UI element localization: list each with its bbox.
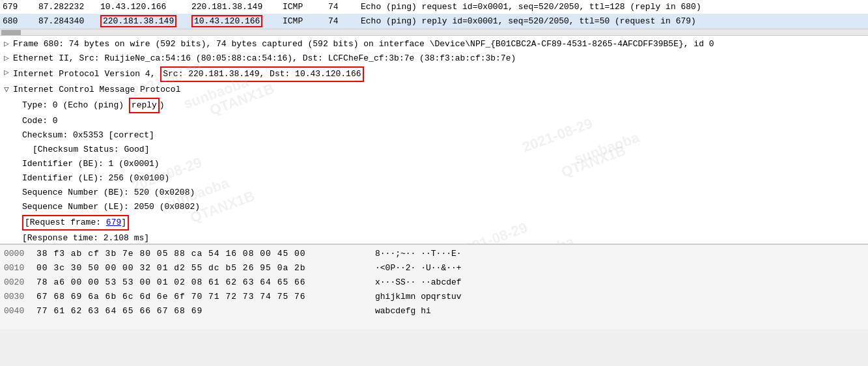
- hex-offset: 0000: [4, 249, 36, 259]
- hex-row: 0010 00 3c 30 50 00 00 32 01 d2 55 dc b5…: [4, 260, 864, 275]
- hex-offset: 0030: [4, 292, 36, 302]
- frame-detail-row[interactable]: ▷ Frame 680: 74 bytes on wire (592 bits)…: [0, 37, 868, 51]
- packet-list: 679 87.282232 10.43.120.166 220.181.38.1…: [0, 0, 868, 29]
- seq-le-row: Sequence Number (LE): 2050 (0x0802): [0, 200, 868, 214]
- packet-src: 10.43.120.166: [100, 2, 191, 12]
- request-frame-row: [Request frame: 679]: [0, 214, 868, 231]
- code-detail-row: Code: 0: [0, 114, 868, 128]
- packet-src: 220.181.38.149: [100, 15, 191, 27]
- packet-dst: 10.43.120.166: [191, 15, 283, 27]
- packet-len: 74: [328, 2, 361, 12]
- hex-ascii: wabcdefg hi: [375, 306, 864, 316]
- request-frame-box[interactable]: [Request frame: 679]: [22, 215, 129, 231]
- request-frame-prefix: [Request frame:: [25, 218, 106, 227]
- hex-row: 0030 67 68 69 6a 6b 6c 6d 6e 6f 70 71 72…: [4, 289, 864, 303]
- horizontal-scrollbar[interactable]: [0, 29, 868, 36]
- packet-info: Echo (ping) reply id=0x0001, seq=520/205…: [361, 16, 865, 26]
- hex-bytes: 67 68 69 6a 6b 6c 6d 6e 6f 70 71 72 73 7…: [36, 292, 375, 302]
- scrollbar-thumb[interactable]: [1, 30, 21, 35]
- packet-dst: 220.181.38.149: [191, 2, 283, 12]
- id-be-row: Identifier (BE): 1 (0x0001): [0, 157, 868, 171]
- expand-icon[interactable]: ▷: [4, 38, 13, 51]
- checksum-detail-row: Checksum: 0x5353 [correct]: [0, 128, 868, 143]
- hex-offset: 0020: [4, 277, 36, 287]
- checksum-status-text: [Checksum Status: Good]: [33, 143, 864, 156]
- code-detail-text: Code: 0: [22, 115, 864, 128]
- hex-ascii: ·<0P··2· ·U··&··+: [375, 263, 864, 273]
- type-prefix: Type: 0 (Echo (ping): [22, 100, 129, 110]
- packet-row[interactable]: 679 87.282232 10.43.120.166 220.181.38.1…: [0, 0, 868, 14]
- seq-be-row: Sequence Number (BE): 520 (0x0208): [0, 186, 868, 200]
- src-highlight-box: 220.181.38.149: [100, 15, 176, 27]
- hex-ascii: ghijklmn opqrstuv: [375, 292, 864, 302]
- ip-src-dst-box: Src: 220.181.38.149, Dst: 10.43.120.166: [160, 66, 363, 82]
- checksum-detail-text: Checksum: 0x5353 [correct]: [22, 129, 864, 142]
- hex-ascii: x···SS·· ··abcdef: [375, 277, 864, 287]
- packet-len: 74: [328, 16, 361, 26]
- packet-row-selected[interactable]: 680 87.284340 220.181.38.149 10.43.120.1…: [0, 14, 868, 29]
- packet-proto: ICMP: [283, 2, 328, 12]
- id-be-text: Identifier (BE): 1 (0x0001): [22, 158, 864, 171]
- hex-row: 0000 38 f3 ab cf 3b 7e 80 05 88 ca 54 16…: [4, 246, 864, 260]
- request-frame-text: [Request frame: 679]: [22, 215, 864, 231]
- ip-detail-text: Internet Protocol Version 4, Src: 220.18…: [13, 66, 864, 82]
- icmp-detail-text: Internet Control Message Protocol: [13, 83, 864, 96]
- icmp-detail-row[interactable]: ▽ Internet Control Message Protocol: [0, 83, 868, 97]
- type-reply-box: reply: [129, 98, 160, 113]
- request-frame-suffix: ]: [121, 218, 126, 227]
- hex-pane: 0000 38 f3 ab cf 3b 7e 80 05 88 ca 54 16…: [0, 244, 868, 329]
- packet-no: 679: [3, 2, 38, 12]
- details-pane: ▷ Frame 680: 74 bytes on wire (592 bits)…: [0, 36, 868, 244]
- type-detail-row: Type: 0 (Echo (ping) reply): [0, 97, 868, 114]
- hex-bytes: 78 a6 00 00 53 53 00 01 02 08 61 62 63 6…: [36, 277, 375, 287]
- ip-detail-row[interactable]: ▷ Internet Protocol Version 4, Src: 220.…: [0, 66, 868, 83]
- dst-highlight-box: 10.43.120.166: [191, 15, 262, 27]
- checksum-status-row: [Checksum Status: Good]: [0, 143, 868, 157]
- hex-row: 0040 77 61 62 63 64 65 66 67 68 69 wabcd…: [4, 303, 864, 318]
- hex-bytes: 77 61 62 63 64 65 66 67 68 69: [36, 306, 375, 316]
- packet-no: 680: [3, 16, 38, 26]
- hex-offset: 0010: [4, 263, 36, 273]
- seq-le-text: Sequence Number (LE): 2050 (0x0802): [22, 201, 864, 214]
- hex-row: 0020 78 a6 00 00 53 53 00 01 02 08 61 62…: [4, 275, 864, 289]
- expand-icon[interactable]: ▽: [4, 83, 13, 96]
- type-suffix: ): [160, 100, 165, 110]
- hex-bytes: 00 3c 30 50 00 00 32 01 d2 55 dc b5 26 9…: [36, 263, 375, 273]
- hex-offset: 0040: [4, 306, 36, 316]
- hex-ascii: 8···;~·· ··T···E·: [375, 249, 864, 259]
- frame-detail-text: Frame 680: 74 bytes on wire (592 bits), …: [13, 38, 864, 51]
- id-le-row: Identifier (LE): 256 (0x0100): [0, 171, 868, 186]
- seq-be-text: Sequence Number (BE): 520 (0x0208): [22, 186, 864, 199]
- id-le-text: Identifier (LE): 256 (0x0100): [22, 172, 864, 185]
- packet-proto: ICMP: [283, 16, 328, 26]
- ethernet-detail-row[interactable]: ▷ Ethernet II, Src: RuijieNe_ca:54:16 (8…: [0, 51, 868, 66]
- packet-info: Echo (ping) request id=0x0001, seq=520/2…: [361, 2, 865, 12]
- response-time-text: [Response time: 2.108 ms]: [22, 232, 864, 244]
- type-detail-text: Type: 0 (Echo (ping) reply): [22, 98, 864, 113]
- response-time-row: [Response time: 2.108 ms]: [0, 231, 868, 244]
- packet-time: 87.282232: [38, 2, 100, 12]
- ethernet-detail-text: Ethernet II, Src: RuijieNe_ca:54:16 (80:…: [13, 52, 864, 65]
- hex-bytes: 38 f3 ab cf 3b 7e 80 05 88 ca 54 16 08 0…: [36, 249, 375, 259]
- packet-time: 87.284340: [38, 16, 100, 26]
- expand-icon[interactable]: ▷: [4, 66, 13, 79]
- expand-icon[interactable]: ▷: [4, 52, 13, 65]
- request-frame-link[interactable]: 679: [106, 218, 121, 227]
